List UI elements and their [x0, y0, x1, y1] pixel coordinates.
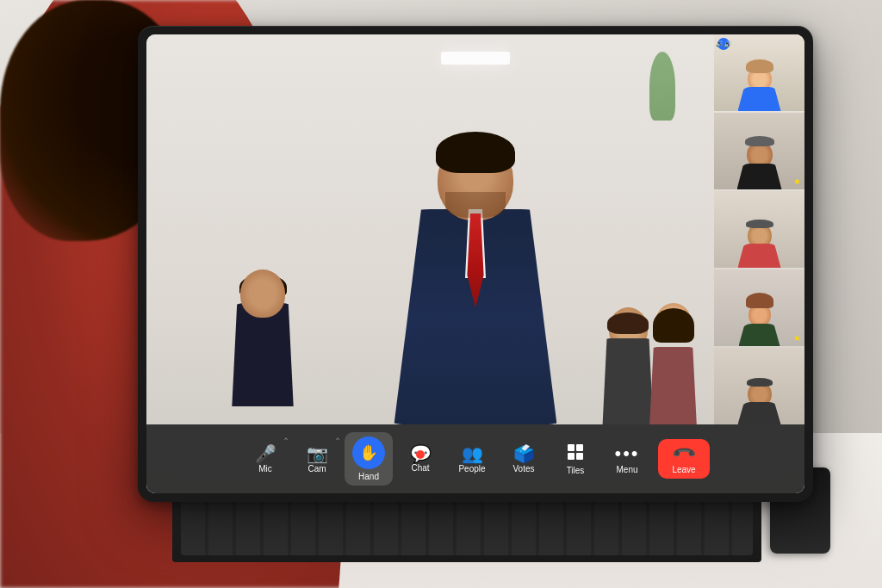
tiles-button[interactable]: Tiles: [551, 432, 599, 486]
thumb4-hair: [746, 293, 773, 308]
audience-right2-body: [645, 347, 701, 424]
menu-icon: •••: [614, 444, 639, 463]
audience-right-hair: [607, 313, 649, 334]
audience-left-head: [240, 269, 285, 318]
mic-chevron: ^: [284, 436, 288, 443]
people-icon: 👥: [462, 445, 483, 462]
votes-button[interactable]: 🗳️ Votes: [500, 432, 548, 486]
background-plant: [649, 52, 675, 121]
toolbar: ^ 🎤 Mic ^ 📷 Cam ✋: [146, 424, 804, 493]
thumb3-hair: [746, 220, 773, 228]
leave-button[interactable]: 📞 Leave: [658, 439, 710, 479]
thumb2-star: ★: [793, 176, 801, 186]
thumbnails-sidebar: 🔊 ★: [714, 34, 804, 424]
thumb4-body: [739, 324, 780, 346]
thumb2-body: [737, 164, 782, 189]
votes-icon: 🗳️: [513, 445, 535, 462]
chat-notification-badge: [416, 450, 425, 459]
mic-label: Mic: [258, 464, 272, 473]
chat-button[interactable]: 💬 Chat: [396, 432, 444, 486]
cam-label: Cam: [307, 464, 326, 473]
tablet-frame: 🔊 ★: [138, 26, 813, 502]
menu-label: Menu: [616, 465, 637, 474]
svg-rect-3: [576, 453, 583, 460]
cam-chevron: ^: [336, 436, 339, 443]
audience-right2-hair: [653, 308, 694, 343]
hand-label: Hand: [358, 472, 379, 481]
thumb5-hair: [747, 378, 773, 387]
hand-icon-bg: ✋: [352, 436, 385, 469]
thumb4-star: ★: [793, 333, 801, 343]
people-button[interactable]: 👥 People: [448, 432, 496, 486]
thumbnail-5[interactable]: [714, 348, 804, 424]
thumbnail-4[interactable]: ★: [714, 269, 804, 346]
mic-icon: 🎤: [255, 445, 276, 462]
audience-person-left: [207, 269, 319, 424]
video-call-main: 🔊 ★: [146, 34, 804, 493]
people-label: People: [458, 464, 485, 473]
audience-left-body: [227, 303, 300, 406]
menu-button[interactable]: ••• Menu: [603, 432, 651, 486]
leave-phone-icon: 📞: [670, 440, 697, 467]
thumb1-hair: [746, 59, 773, 73]
svg-rect-0: [568, 444, 575, 451]
hand-button[interactable]: ✋ Hand: [345, 432, 393, 486]
chat-label: Chat: [411, 463, 429, 473]
svg-rect-2: [568, 453, 575, 460]
speaker-hair: [436, 132, 515, 173]
thumb2-hair: [745, 136, 774, 146]
tiles-icon: [566, 443, 585, 464]
mic-button[interactable]: ^ 🎤 Mic: [241, 432, 289, 486]
thumb1-active-icon: 🔊: [717, 38, 730, 50]
thumbnail-1[interactable]: 🔊: [714, 34, 804, 111]
hand-icon: ✋: [359, 445, 378, 461]
tablet-screen: 🔊 ★: [146, 34, 804, 493]
main-speaker: [355, 132, 596, 424]
audience-person-right2: [645, 303, 701, 424]
thumb5-body: [738, 402, 781, 424]
cam-icon: 📷: [307, 445, 328, 462]
thumbnail-2[interactable]: ★: [714, 113, 804, 189]
tiles-label: Tiles: [567, 466, 585, 475]
votes-label: Votes: [512, 464, 534, 473]
thumb1-body: [738, 87, 781, 111]
cam-button[interactable]: ^ 📷 Cam: [293, 432, 341, 486]
thumb3-body: [738, 244, 781, 268]
ceiling-light: [441, 52, 510, 65]
thumbnail-3[interactable]: [714, 191, 804, 268]
svg-rect-1: [576, 444, 583, 451]
